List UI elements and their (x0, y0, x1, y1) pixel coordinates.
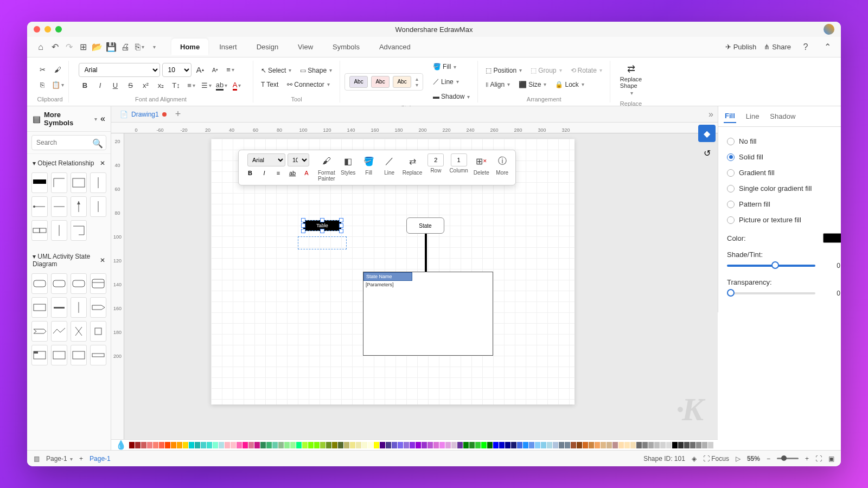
color-swatch[interactable] (469, 442, 475, 448)
focus-button[interactable]: ⛶ Focus (703, 455, 729, 463)
color-swatch[interactable] (153, 442, 158, 448)
color-swatch[interactable] (511, 442, 516, 448)
shape-stencil[interactable] (90, 196, 106, 217)
color-swatch[interactable] (195, 442, 200, 448)
color-swatch[interactable] (302, 442, 308, 448)
shape-stencil[interactable] (90, 172, 106, 193)
open-icon[interactable]: 📂 (90, 40, 104, 54)
state-detail-shape[interactable]: State Name [Parameters] (363, 272, 493, 356)
color-swatch[interactable] (445, 442, 451, 448)
color-swatch[interactable] (660, 442, 666, 448)
text-tool[interactable]: T Text (258, 79, 282, 91)
color-swatch[interactable] (463, 442, 469, 448)
ctx-highlight-icon[interactable]: ab (286, 168, 298, 178)
color-swatch[interactable] (320, 442, 326, 448)
color-swatch[interactable] (672, 442, 678, 448)
color-swatch[interactable] (541, 442, 546, 448)
fill-option-gradient[interactable]: Gradient fill (727, 165, 841, 181)
color-swatch[interactable] (284, 442, 290, 448)
user-avatar[interactable] (824, 24, 834, 35)
shape-stencil[interactable] (51, 297, 67, 318)
superscript-icon[interactable]: x² (139, 79, 152, 92)
color-swatch[interactable] (416, 442, 421, 448)
color-swatch[interactable] (589, 442, 594, 448)
color-swatch[interactable] (481, 442, 487, 448)
color-swatch[interactable] (654, 442, 660, 448)
color-swatch[interactable] (696, 442, 701, 448)
share-button[interactable]: ⋔Share (764, 43, 791, 51)
save-icon[interactable]: 💾 (104, 40, 118, 54)
canvas[interactable]: Arial 10 B I ≡ ab A (124, 133, 718, 439)
color-swatch[interactable] (618, 442, 624, 448)
ctx-line-icon[interactable]: ／ (382, 153, 397, 169)
subscript-icon[interactable]: x₂ (155, 79, 168, 92)
fill-option-single-gradient[interactable]: Single color gradient fill (727, 181, 841, 196)
color-swatch[interactable] (427, 442, 433, 448)
style-down-icon[interactable]: ▾ (416, 82, 418, 88)
rotate-dropdown[interactable]: ⟲ Rotate▾ (567, 65, 605, 76)
color-swatch[interactable] (225, 442, 230, 448)
color-swatch[interactable] (332, 442, 337, 448)
color-swatch[interactable] (666, 442, 672, 448)
group-dropdown[interactable]: ⬚ Group▾ (527, 65, 565, 76)
shape-stencil[interactable] (31, 297, 48, 318)
collapse-sidebar-icon[interactable]: « (100, 114, 105, 124)
color-swatch[interactable] (380, 442, 385, 448)
color-swatch[interactable] (648, 442, 654, 448)
style-swatch-2[interactable]: Abc (371, 76, 390, 88)
home-icon[interactable]: ⌂ (34, 40, 48, 54)
ctx-align-icon[interactable]: ≡ (272, 168, 284, 178)
ctx-delete-icon[interactable]: ⊞✕ (474, 153, 489, 169)
tab-home[interactable]: Home (171, 38, 208, 55)
color-swatch[interactable] (457, 442, 463, 448)
underline-icon[interactable]: U (109, 79, 122, 92)
color-swatch[interactable] (624, 442, 630, 448)
connector-tool[interactable]: ⚯ Connector▾ (284, 79, 333, 91)
color-swatch[interactable] (147, 442, 152, 448)
format-painter-icon[interactable]: 🖌 (51, 63, 64, 76)
ctx-row-input[interactable] (427, 153, 444, 166)
color-swatch[interactable] (475, 442, 481, 448)
color-swatch[interactable] (547, 442, 552, 448)
color-swatch[interactable] (165, 442, 170, 448)
font-size-select[interactable]: 10 (162, 63, 192, 77)
history-panel-icon[interactable]: ↺ (698, 144, 716, 162)
fill-dropdown[interactable]: 🪣 Fill▾ (430, 61, 473, 73)
color-swatch[interactable] (392, 442, 397, 448)
fill-option-pattern[interactable]: Pattern fill (727, 196, 841, 212)
color-swatch[interactable] (344, 442, 349, 448)
color-swatch[interactable] (254, 442, 260, 448)
shape-stencil[interactable] (51, 220, 67, 241)
play-icon[interactable]: ▷ (736, 455, 741, 463)
minimize-window-icon[interactable] (44, 26, 51, 33)
color-swatch[interactable] (571, 442, 576, 448)
tab-symbols[interactable]: Symbols (324, 38, 368, 55)
paste-icon[interactable]: 📋▾ (51, 79, 64, 92)
export-icon[interactable]: ⎘▾ (132, 40, 146, 54)
shape-stencil[interactable] (71, 273, 87, 294)
color-swatch[interactable] (189, 442, 194, 448)
zoom-in-icon[interactable]: + (805, 455, 809, 463)
more-quick-icon[interactable]: ▾ (146, 40, 161, 54)
size-dropdown[interactable]: ⬛ Size▾ (515, 79, 550, 91)
color-swatch[interactable] (272, 442, 278, 448)
color-swatch[interactable] (338, 442, 343, 448)
color-swatch[interactable] (708, 442, 713, 448)
style-gallery[interactable]: Abc Abc Abc ▴▾ (344, 73, 423, 91)
shade-slider[interactable] (727, 265, 815, 267)
color-swatch[interactable] (487, 442, 493, 448)
ctx-styles-icon[interactable]: ◧ (341, 153, 356, 169)
color-swatch[interactable] (451, 442, 457, 448)
shape-stencil[interactable] (31, 273, 48, 294)
style-up-icon[interactable]: ▴ (416, 76, 418, 82)
fill-option-none[interactable]: No fill (727, 133, 841, 149)
color-swatch[interactable] (368, 442, 373, 448)
ctx-size-select[interactable]: 10 (288, 153, 309, 166)
color-swatch[interactable] (630, 442, 636, 448)
color-swatch[interactable] (260, 442, 266, 448)
add-tab-icon[interactable]: + (175, 108, 181, 120)
fullscreen-icon[interactable]: ▣ (828, 455, 834, 463)
color-swatch[interactable] (290, 442, 296, 448)
color-swatch[interactable] (678, 442, 684, 448)
new-icon[interactable]: ⊞ (76, 40, 90, 54)
